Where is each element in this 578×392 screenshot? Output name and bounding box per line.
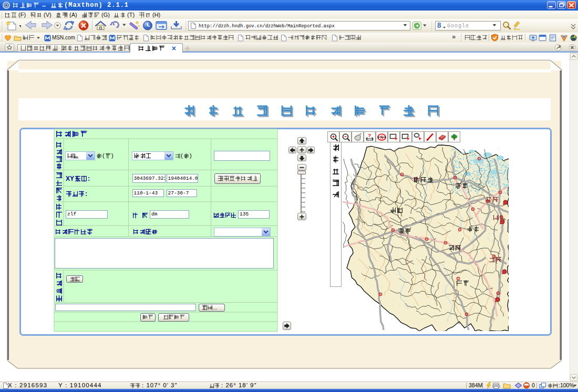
svg-text:?: ? (368, 133, 371, 138)
